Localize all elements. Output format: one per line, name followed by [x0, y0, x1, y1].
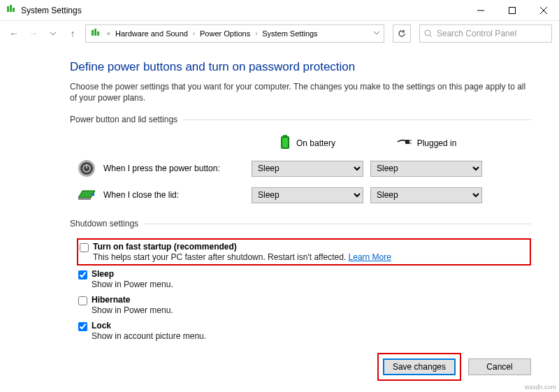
- svg-rect-1: [10, 5, 12, 12]
- app-icon: [6, 3, 17, 17]
- svg-rect-2: [13, 8, 15, 12]
- svg-rect-0: [7, 6, 9, 12]
- up-button[interactable]: ↑: [66, 27, 80, 41]
- power-button-on-battery-select[interactable]: Sleep: [252, 161, 363, 177]
- lid-plugged-in-select[interactable]: Sleep: [370, 187, 482, 203]
- titlebar: System Settings: [0, 0, 559, 21]
- forward-button[interactable]: →: [27, 27, 41, 41]
- plug-icon: [396, 137, 412, 149]
- watermark: wsxdn.com: [525, 384, 556, 391]
- row-power-button: When I press the power button:: [77, 159, 245, 178]
- fast-startup-label: Turn on fast startup (recommended): [93, 242, 237, 252]
- hibernate-row: Hibernate Show in Power menu.: [77, 293, 531, 317]
- col-on-battery: On battery: [252, 134, 363, 152]
- lock-checkbox[interactable]: [78, 322, 87, 331]
- recent-dropdown[interactable]: [46, 27, 60, 41]
- sleep-checkbox[interactable]: [78, 270, 87, 280]
- search-input[interactable]: Search Control Panel: [419, 24, 552, 43]
- crumb-power-options[interactable]: Power Options: [198, 29, 252, 38]
- battery-icon: [280, 134, 291, 152]
- save-changes-button[interactable]: Save changes: [383, 358, 456, 375]
- breadcrumb-dropdown[interactable]: [371, 30, 382, 37]
- back-button[interactable]: ←: [7, 27, 21, 41]
- row-close-lid: When I close the lid:: [77, 185, 245, 205]
- svg-rect-14: [282, 138, 288, 147]
- close-button[interactable]: [528, 0, 559, 21]
- power-button-plugged-in-select[interactable]: Sleep: [370, 161, 482, 177]
- sleep-label: Sleep: [92, 269, 114, 279]
- content: Define power buttons and turn on passwor…: [0, 46, 559, 351]
- lid-icon: [77, 185, 96, 205]
- svg-rect-8: [94, 29, 96, 36]
- fast-startup-row: Turn on fast startup (recommended) This …: [77, 238, 531, 266]
- window-title: System Settings: [21, 6, 82, 15]
- minimize-button[interactable]: [465, 0, 496, 21]
- power-button-section-header: Power button and lid settings: [70, 115, 531, 124]
- crumb-system-settings[interactable]: System Settings: [260, 29, 319, 38]
- search-icon: [424, 29, 433, 38]
- footer: Save changes Cancel: [377, 353, 531, 381]
- svg-rect-4: [509, 7, 515, 13]
- breadcrumb[interactable]: « Hardware and Sound › Power Options › S…: [85, 24, 384, 43]
- navbar: ← → ↑ « Hardware and Sound › Power Optio…: [0, 21, 559, 46]
- control-panel-icon: [87, 27, 104, 41]
- page-subtitle: Choose the power settings that you want …: [70, 81, 531, 103]
- refresh-button[interactable]: [393, 24, 411, 43]
- crumb-hardware[interactable]: Hardware and Sound: [113, 29, 190, 38]
- svg-rect-7: [92, 30, 94, 36]
- sleep-row: Sleep Show in Power menu.: [77, 267, 531, 291]
- hibernate-checkbox[interactable]: [78, 296, 87, 305]
- cancel-button[interactable]: Cancel: [468, 358, 531, 375]
- maximize-button[interactable]: [496, 0, 528, 21]
- learn-more-link[interactable]: Learn More: [349, 252, 391, 262]
- col-plugged-in: Plugged in: [370, 137, 482, 149]
- lock-label: Lock: [92, 321, 111, 331]
- fast-startup-checkbox[interactable]: [80, 243, 89, 252]
- hibernate-label: Hibernate: [92, 295, 130, 305]
- svg-point-10: [425, 30, 430, 36]
- svg-line-11: [430, 35, 432, 37]
- svg-rect-15: [405, 140, 409, 144]
- page-title: Define power buttons and turn on passwor…: [70, 60, 531, 74]
- shutdown-section-header: Shutdown settings: [70, 219, 531, 228]
- lock-row: Lock Show in account picture menu.: [77, 319, 531, 343]
- svg-rect-9: [97, 31, 99, 36]
- power-button-icon: [77, 159, 96, 178]
- lid-on-battery-select[interactable]: Sleep: [252, 187, 363, 203]
- svg-rect-22: [78, 198, 91, 200]
